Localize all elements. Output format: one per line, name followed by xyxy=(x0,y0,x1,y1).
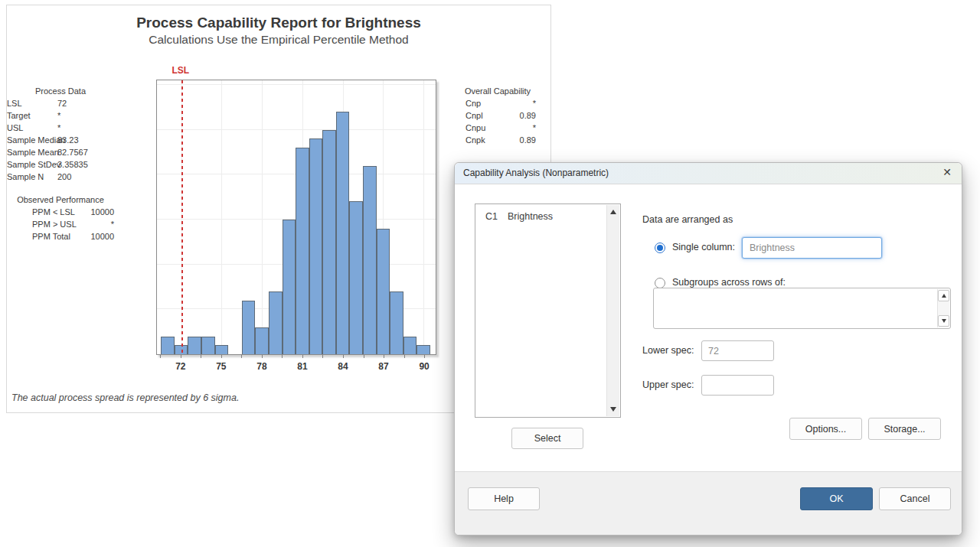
x-tick-label: 81 xyxy=(297,361,307,372)
axis-tick-icon xyxy=(322,355,323,358)
axis-tick-icon xyxy=(343,355,344,358)
list-item[interactable]: C1Brightness xyxy=(475,211,620,224)
axis-tick-icon xyxy=(384,355,384,358)
x-tick-label: 87 xyxy=(378,361,388,372)
axis-tick-icon xyxy=(364,355,364,358)
observed-performance-table: Observed Performance PPM < LSL10000PPM >… xyxy=(7,194,114,243)
subgroups-label: Subgroups across rows of: xyxy=(672,277,786,288)
gridline-h xyxy=(157,129,436,130)
overall-capability-table: Overall Capability Cnp*Cnpl0.89Cnpu*Cnpk… xyxy=(456,85,539,146)
stat-row: Cnpk0.89 xyxy=(456,134,539,146)
gridline-v xyxy=(423,80,424,354)
scroll-down-icon[interactable] xyxy=(938,315,949,327)
axis-tick-icon xyxy=(201,355,201,358)
stat-row: Cnpu* xyxy=(456,122,539,134)
stat-row: Sample Median83.23 xyxy=(7,134,114,146)
histogram-bar xyxy=(403,337,417,354)
report-footnote: The actual process spread is represented… xyxy=(11,392,239,403)
histogram-bar xyxy=(296,148,309,354)
stat-row: PPM Total10000 xyxy=(7,230,114,243)
x-tick-label: 84 xyxy=(338,361,348,372)
single-column-radio[interactable] xyxy=(655,243,665,253)
subgroups-textarea[interactable] xyxy=(653,288,951,329)
observed-performance-rows: PPM < LSL10000PPM > USL*PPM Total10000 xyxy=(7,206,114,243)
radio-dot-icon xyxy=(657,245,663,251)
histogram-bar xyxy=(255,327,269,354)
histogram-bar xyxy=(416,345,430,354)
x-axis-minor-ticks xyxy=(156,355,436,359)
overall-capability-rows: Cnp*Cnpl0.89Cnpu*Cnpk0.89 xyxy=(456,97,539,146)
histogram-bar xyxy=(390,291,403,354)
storage-button[interactable]: Storage... xyxy=(868,418,941,440)
report-subtitle: Calculations Use the Empirical Percentil… xyxy=(7,33,550,47)
dialog: Capability Analysis (Nonparametric) ✕ C1… xyxy=(454,162,962,536)
x-tick-label: 72 xyxy=(175,361,185,372)
textarea-scrollbar[interactable] xyxy=(937,289,949,327)
scroll-up-icon[interactable] xyxy=(938,290,949,301)
gridline-v xyxy=(221,80,222,354)
observed-performance-header: Observed Performance xyxy=(7,194,114,206)
scroll-up-icon[interactable] xyxy=(610,210,616,214)
x-axis-labels: 72757881848790 xyxy=(156,361,436,373)
histogram-plot xyxy=(156,80,436,355)
process-data-rows: LSL72Target*USL*Sample Median83.23Sample… xyxy=(7,97,114,183)
cancel-button[interactable]: Cancel xyxy=(879,487,951,510)
help-button[interactable]: Help xyxy=(468,487,540,510)
report-title: Process Capability Report for Brightness xyxy=(7,15,550,31)
lsl-line xyxy=(181,80,183,354)
histogram-bar xyxy=(269,291,283,354)
stat-row: Sample Mean82.7567 xyxy=(7,146,114,158)
histogram-bar xyxy=(377,229,390,354)
histogram-bar xyxy=(349,201,363,354)
stat-row: Cnpl0.89 xyxy=(456,109,539,122)
lower-spec-input[interactable] xyxy=(701,340,774,361)
histogram-zone: LSL 72757881848790 xyxy=(156,65,436,380)
histogram-bar xyxy=(215,345,229,354)
x-tick-label: 78 xyxy=(256,361,266,372)
single-column-input[interactable] xyxy=(742,237,882,259)
upper-spec-input[interactable] xyxy=(701,375,774,396)
histogram-bar xyxy=(188,337,201,354)
axis-tick-icon xyxy=(302,355,303,358)
ok-button[interactable]: OK xyxy=(800,487,873,510)
axis-tick-icon xyxy=(282,355,283,358)
stat-row: PPM < LSL10000 xyxy=(7,206,114,218)
scroll-down-icon[interactable] xyxy=(610,407,616,412)
stat-row: Cnp* xyxy=(456,97,539,109)
dialog-title: Capability Analysis (Nonparametric) xyxy=(463,168,609,178)
axis-tick-icon xyxy=(262,355,263,358)
axis-tick-icon xyxy=(221,355,222,358)
gridline-h xyxy=(157,84,436,85)
histogram-bar xyxy=(322,130,336,354)
stat-row: Sample N200 xyxy=(7,171,114,183)
x-tick-label: 75 xyxy=(216,361,226,372)
single-column-label: Single column: xyxy=(672,242,735,252)
lsl-label: LSL xyxy=(172,65,189,76)
stat-row: PPM > USL* xyxy=(7,218,114,230)
columns-listbox[interactable]: C1Brightness xyxy=(475,203,621,418)
gridline-v xyxy=(262,80,263,354)
process-data-table: Process Data LSL72Target*USL*Sample Medi… xyxy=(7,85,114,183)
axis-tick-icon xyxy=(424,355,425,358)
histogram-bar xyxy=(201,337,215,354)
histogram-bar xyxy=(283,220,296,354)
stat-row: Sample StDev3.35835 xyxy=(7,158,114,171)
options-button[interactable]: Options... xyxy=(789,418,862,440)
axis-tick-icon xyxy=(241,355,242,358)
process-data-header: Process Data xyxy=(7,85,114,97)
histogram-bar xyxy=(309,138,323,354)
subgroups-radio[interactable] xyxy=(655,278,665,288)
histogram-bar xyxy=(161,337,175,354)
histogram-bar xyxy=(242,301,256,354)
overall-capability-header: Overall Capability xyxy=(456,85,539,97)
x-tick-label: 90 xyxy=(419,361,429,372)
axis-tick-icon xyxy=(181,355,181,358)
lower-spec-label: Lower spec: xyxy=(642,345,694,356)
dialog-footer: Help OK Cancel xyxy=(455,471,962,535)
listbox-scrollbar[interactable] xyxy=(606,205,619,416)
select-button[interactable]: Select xyxy=(511,428,583,449)
histogram-bar xyxy=(363,166,377,354)
stat-row: LSL72 xyxy=(7,97,114,109)
close-icon[interactable]: ✕ xyxy=(942,166,952,178)
dialog-titlebar: Capability Analysis (Nonparametric) ✕ xyxy=(455,163,962,184)
